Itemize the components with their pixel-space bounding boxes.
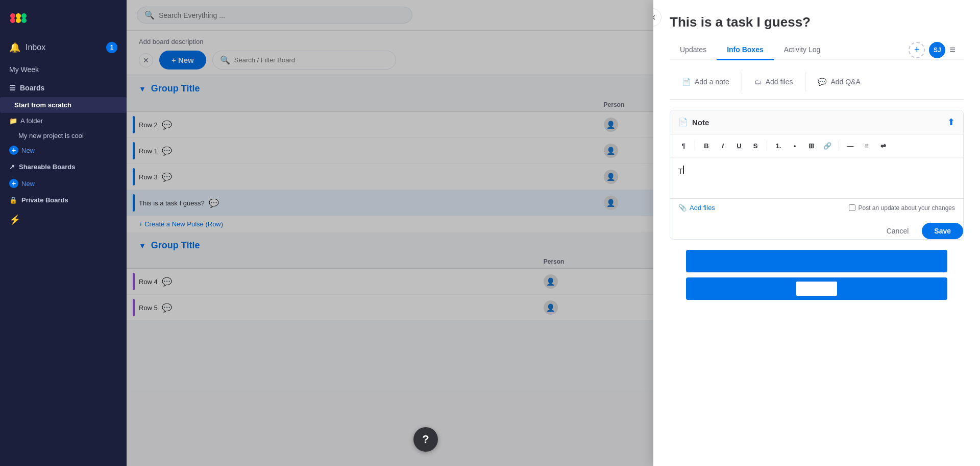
toolbar-link-btn[interactable]: 🔗 [820,138,835,153]
task-panel-header: This is a task I guess? Updates Info Box… [653,0,980,60]
paperclip-icon: 📎 [678,204,687,212]
svg-rect-4 [10,13,16,19]
share-icon: ↗ [9,163,15,171]
note-actions: Cancel Save [670,223,963,239]
inbox-badge: 1 [106,42,117,53]
sidebar-folder-item[interactable]: 📁 A folder [0,113,127,129]
sidebar-logo [0,0,127,35]
white-box-inner [796,282,837,296]
new-btn-label: New [21,147,35,154]
inbox-label: Inbox [26,43,45,52]
blue-bar-top [686,250,947,272]
tab-activity-log[interactable]: Activity Log [774,40,831,60]
sidebar-lightning-item[interactable]: ⚡ [0,209,127,230]
task-tabs: Updates Info Boxes Activity Log + SJ ≡ [670,40,964,60]
plus-circle-icon: + [9,146,18,155]
blue-bars-section [670,240,964,310]
start-from-scratch-label: Start from scratch [14,101,71,109]
post-update-checkbox-area: Post an update about your changes [849,204,955,212]
monday-logo-icon [9,8,28,27]
sidebar-new-button[interactable]: + New [0,143,127,158]
shareable-boards-label: Shareable Boards [19,163,76,171]
post-update-label: Post an update about your changes [859,204,955,212]
toolbar-indent-btn[interactable]: ⇌ [876,138,890,153]
sidebar-shareable-new-button[interactable]: + New [0,176,127,191]
add-files-label: Add files [766,78,793,86]
toolbar-divider-1 [695,141,695,151]
svg-point-3 [21,18,27,23]
boards-section-label: Boards [20,84,44,92]
save-button[interactable]: Save [922,223,963,239]
folder-label: A folder [20,117,43,125]
sidebar-myweek-item[interactable]: My Week [0,60,127,79]
svg-rect-5 [15,13,21,19]
svg-point-2 [16,18,21,23]
add-qa-button[interactable]: 💬 Add Q&A [805,73,872,91]
sidebar-boards-section[interactable]: ☰ Boards [0,79,127,97]
toolbar-divider-2 [767,141,767,151]
toolbar-table-btn[interactable]: ⊞ [804,138,818,153]
shareable-plus-icon: + [9,179,18,188]
tab-info-boxes[interactable]: Info Boxes [717,40,774,60]
svg-rect-6 [21,13,27,19]
myweek-label: My Week [9,65,39,74]
note-icon: 📄 [682,78,691,86]
note-label: 📄 Note [678,118,709,127]
note-editor-header: 📄 Note ⬆ [670,110,963,134]
toolbar-paragraph-btn[interactable]: ¶ [676,138,691,153]
toolbar-bold-btn[interactable]: B [699,138,714,153]
toolbar-unordered-list-btn[interactable]: • [788,138,802,153]
sidebar-shareable-boards[interactable]: ↗ Shareable Boards [0,158,127,176]
sidebar-inbox-item[interactable]: 🔔 Inbox 1 [0,35,127,60]
toolbar-divider-3 [839,141,839,151]
note-body[interactable]: T [670,157,963,198]
svg-point-1 [10,18,15,23]
toolbar-underline-btn[interactable]: U [732,138,746,153]
lock-icon: 🔒 [9,196,17,204]
note-footer: 📎 Add files Post an update about your ch… [670,198,963,217]
note-add-files-link[interactable]: 📎 Add files [678,204,715,212]
folder-icon: 📁 [9,117,17,125]
text-cursor [683,166,684,174]
panel-menu-button[interactable]: ≡ [949,44,955,56]
task-title: This is a task I guess? [670,14,964,40]
note-editor: 📄 Note ⬆ ¶ B I U S 1. • ⊞ 🔗 — ≡ ⇌ [670,110,964,240]
toolbar-ordered-list-btn[interactable]: 1. [771,138,786,153]
toolbar-strikethrough-btn[interactable]: S [748,138,763,153]
add-actions-bar: 📄 Add a note 🗂 Add files 💬 Add Q&A [670,73,964,100]
toolbar-hr-btn[interactable]: — [843,138,857,153]
cancel-button[interactable]: Cancel [878,223,917,239]
toolbar-italic-btn[interactable]: I [716,138,730,153]
sidebar-item-start-from-scratch[interactable]: Start from scratch [0,97,127,113]
blue-bar-bottom [686,277,947,300]
qa-icon: 💬 [818,78,826,86]
task-tabs-list: Updates Info Boxes Activity Log [670,40,830,59]
note-text: T [678,167,683,175]
sidebar: 🔔 Inbox 1 My Week ☰ Boards Start from sc… [0,0,127,466]
note-toolbar: ¶ B I U S 1. • ⊞ 🔗 — ≡ ⇌ [670,134,963,157]
inbox-icon: 🔔 [9,42,20,53]
add-files-button[interactable]: 🗂 Add files [742,73,806,91]
note-header-icon: 📄 [678,118,688,127]
sidebar-private-boards[interactable]: 🔒 Private Boards [0,191,127,209]
add-note-label: Add a note [695,78,729,86]
add-qa-label: Add Q&A [830,78,860,86]
private-boards-label: Private Boards [21,196,68,204]
tab-updates[interactable]: Updates [670,40,717,60]
add-subscriber-button[interactable]: + [909,42,925,58]
shareable-new-label: New [21,180,35,188]
project-label: My new project is cool [18,132,84,139]
task-content: 📄 Add a note 🗂 Add files 💬 Add Q&A 📄 Not… [653,60,980,322]
files-icon: 🗂 [754,78,762,86]
upload-icon[interactable]: ⬆ [947,116,955,128]
add-note-button[interactable]: 📄 Add a note [670,73,742,91]
help-button[interactable]: ? [413,427,438,452]
task-panel: ✕ This is a task I guess? Updates Info B… [653,0,980,466]
sidebar-project-item[interactable]: My new project is cool [0,129,127,143]
task-tab-actions: + SJ ≡ [909,42,964,58]
toolbar-align-btn[interactable]: ≡ [860,138,874,153]
user-avatar: SJ [929,42,945,58]
boards-menu-icon: ☰ [9,84,16,92]
post-update-checkbox[interactable] [849,204,855,211]
